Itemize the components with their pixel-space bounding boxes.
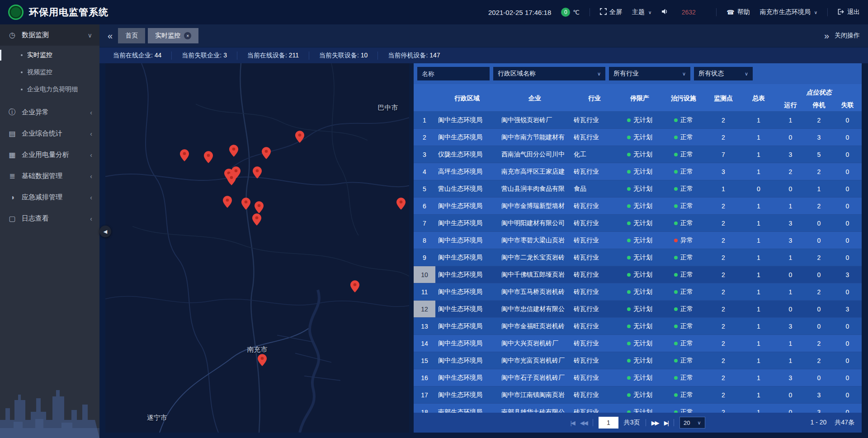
industry-filter-select[interactable]: 所有行业 ∨ <box>609 67 690 80</box>
sidebar-group-label: 企业综合统计 <box>22 129 90 138</box>
status-dot-icon <box>627 239 631 242</box>
cell-treatment: 正常 <box>661 112 706 129</box>
table-row[interactable]: 2阆中生态环境局阆中市南方节能建材有砖瓦行业无计划正常21030 <box>414 129 862 146</box>
status-dot-icon <box>627 393 631 397</box>
map-pin-icon[interactable] <box>252 213 261 226</box>
table-row[interactable]: 6阆中生态环境局阆中市金博瑞新型墙材砖瓦行业无计划正常21120 <box>414 198 862 215</box>
chevron-down-icon: ∨ <box>682 71 686 77</box>
sidebar-group-item[interactable]: ≣基础数据管理‹ <box>0 165 99 187</box>
tab-active[interactable]: 实时监控× <box>148 28 198 43</box>
cell-total-meter: 1 <box>741 283 776 301</box>
table-row[interactable]: 9阆中生态环境局阆中市二龙长宝页岩砖砖瓦行业无计划正常21120 <box>414 249 862 266</box>
alert-count: 2632 <box>671 9 706 16</box>
table-row[interactable]: 12阆中生态环境局阆中市忠信建材有限公砖瓦行业无计划正常21003 <box>414 301 862 318</box>
tabs-scroll-right-icon[interactable]: » <box>824 31 829 40</box>
sidebar-group-item[interactable]: ▤企业综合统计‹ <box>0 123 99 144</box>
cell-index: 10 <box>414 266 435 283</box>
map-pin-icon[interactable] <box>227 173 236 185</box>
map-pin-icon[interactable] <box>396 198 406 210</box>
cell-stop-limit: 无计划 <box>618 404 661 413</box>
chevron-down-icon: ∨ <box>814 10 817 15</box>
chevron-down-icon: ∨ <box>88 32 92 39</box>
map-panel[interactable]: 巴中市南充市遂宁市 ◀ <box>105 63 409 433</box>
cell-treatment: 正常 <box>661 180 706 198</box>
map-pin-icon[interactable] <box>223 196 232 208</box>
map-pin-icon[interactable] <box>241 198 250 210</box>
sidebar-group-item[interactable]: ▦企业用电量分析‹ <box>0 144 99 165</box>
cell-company: 阆中市石子页岩机砖厂 <box>499 369 571 386</box>
cell-monitor-points: 2 <box>706 266 741 283</box>
cell-run: 3 <box>776 369 805 386</box>
table-row[interactable]: 7阆中生态环境局阆中明阳建材有限公司砖瓦行业无计划正常21300 <box>414 215 862 232</box>
stat-label: 当前在线设备: <box>247 52 287 59</box>
table-row[interactable]: 10阆中生态环境局阆中千佛镇五郎垭页岩砖瓦行业无计划正常21003 <box>414 266 862 283</box>
map-pin-icon[interactable] <box>262 147 271 159</box>
sidebar: ◷数据监测∨实时监控视频监控企业电力负荷明细ⓘ企业异常‹▤企业综合统计‹▦企业用… <box>0 24 99 438</box>
table-row[interactable]: 14阆中生态环境局阆中大兴页岩机砖厂砖瓦行业无计划正常21120 <box>414 335 862 352</box>
next-page-button[interactable]: ▶▶ <box>651 419 659 426</box>
sidebar-group-item[interactable]: ◑应急减排管理‹ <box>0 187 99 208</box>
table-row[interactable]: 15阆中生态环境局阆中市光富页岩机砖厂砖瓦行业无计划正常21120 <box>414 352 862 369</box>
tab-close-icon[interactable]: × <box>184 32 191 39</box>
sidebar-group-item[interactable]: ◷数据监测∨ <box>0 24 99 46</box>
announcement-ticker[interactable]: 2632 <box>661 9 706 16</box>
map-pin-icon[interactable] <box>255 201 264 213</box>
first-page-button[interactable]: |◀ <box>570 419 574 426</box>
cell-index: 12 <box>414 301 435 318</box>
bullet-icon <box>21 54 23 56</box>
cell-monitor-points: 2 <box>706 198 741 215</box>
map-pin-icon[interactable] <box>204 151 213 163</box>
name-filter-input[interactable] <box>417 67 490 80</box>
map-pin-icon[interactable] <box>253 166 262 179</box>
cell-stop-limit: 无计划 <box>618 386 661 404</box>
cell-region: 阆中生态环境局 <box>435 318 499 335</box>
stats-bar: 当前在线企业: 44当前失联企业: 3当前在线设备: 211当前失联设备: 10… <box>99 47 868 63</box>
theme-dropdown[interactable]: 主题 ∨ <box>632 8 651 16</box>
tab-item[interactable]: 首页 <box>118 28 145 43</box>
cell-run: 0 <box>776 301 805 318</box>
table-row[interactable]: 18南部生态环境局南部县雄华土砖有限公砖瓦行业无计划正常21030 <box>414 404 862 413</box>
tabs-scroll-left-icon[interactable]: « <box>108 31 113 40</box>
table-row[interactable]: 4高坪生态环境局南充市高坪区王家店建砖瓦行业无计划正常31220 <box>414 163 862 180</box>
cell-industry: 砖瓦行业 <box>571 232 618 249</box>
enterprise-table-wrap: 行政区域 企业 行业 停限产 治污设施 监测点 总表 点位状态 运行 <box>414 84 862 413</box>
logout-button[interactable]: 退出 <box>838 8 860 16</box>
map-pin-icon[interactable] <box>350 280 359 292</box>
table-row[interactable]: 3仪陇生态环境局西南油气田分公司川中化工无计划正常71350 <box>414 146 862 163</box>
map-pin-icon[interactable] <box>180 149 189 161</box>
page-size-select[interactable]: 20 ∨ <box>679 417 705 429</box>
table-row[interactable]: 8阆中生态环境局阆中市枣碧大梁山页岩砖瓦行业无计划异常21300 <box>414 232 862 249</box>
map-pin-icon[interactable] <box>295 131 304 143</box>
table-row[interactable]: 17阆中生态环境局阆中市江南镇阆南页岩砖瓦行业无计划正常21030 <box>414 386 862 404</box>
sidebar-item[interactable]: 企业电力负荷明细 <box>0 81 99 98</box>
help-button[interactable]: ☎ 帮助 <box>726 8 750 16</box>
table-row[interactable]: 11阆中生态环境局阆中市五马桥页岩机砖砖瓦行业无计划正常21120 <box>414 283 862 301</box>
prev-page-button[interactable]: ◀◀ <box>580 419 587 426</box>
sidebar-item[interactable]: 实时监控 <box>0 47 99 64</box>
sidebar-item[interactable]: 视频监控 <box>0 64 99 81</box>
cell-industry: 砖瓦行业 <box>571 386 618 404</box>
cell-lost: 3 <box>833 301 862 318</box>
cell-company: 阆中市枣碧大梁山页岩 <box>499 232 571 249</box>
stat-value: 3 <box>223 52 227 59</box>
sidebar-group-item[interactable]: ⓘ企业异常‹ <box>0 102 99 123</box>
status-filter-select[interactable]: 所有状态 ∨ <box>694 67 753 80</box>
cell-industry: 砖瓦行业 <box>571 266 618 283</box>
sidebar-group-item[interactable]: ▢日志查看‹ <box>0 208 99 229</box>
table-row[interactable]: 1阆中生态环境局阆中强锐页岩砖厂砖瓦行业无计划正常21120 <box>414 112 862 129</box>
org-dropdown[interactable]: 南充市生态环境局 ∨ <box>760 8 817 16</box>
map-pin-icon[interactable] <box>258 354 267 366</box>
cell-lost: 0 <box>833 129 862 146</box>
last-page-button[interactable]: ▶| <box>664 419 668 426</box>
table-row[interactable]: 5营山生态环境局营山县润丰肉食品有限食品无计划正常10010 <box>414 180 862 198</box>
table-row[interactable]: 13阆中生态环境局阆中市金福旺页岩机砖砖瓦行业无计划正常21300 <box>414 318 862 335</box>
close-operations-button[interactable]: 关闭操作 <box>835 32 860 40</box>
cell-stop-limit: 无计划 <box>618 283 661 301</box>
table-row[interactable]: 16阆中生态环境局阆中市石子页岩机砖厂砖瓦行业无计划正常21300 <box>414 369 862 386</box>
cell-stop-limit: 无计划 <box>618 266 661 283</box>
region-filter-select[interactable]: 行政区域名称 ∨ <box>493 67 605 80</box>
page-number-input[interactable] <box>599 417 618 429</box>
map-pin-icon[interactable] <box>229 145 238 157</box>
fullscreen-button[interactable]: 全屏 <box>600 8 622 16</box>
status-dot-icon <box>674 170 678 174</box>
